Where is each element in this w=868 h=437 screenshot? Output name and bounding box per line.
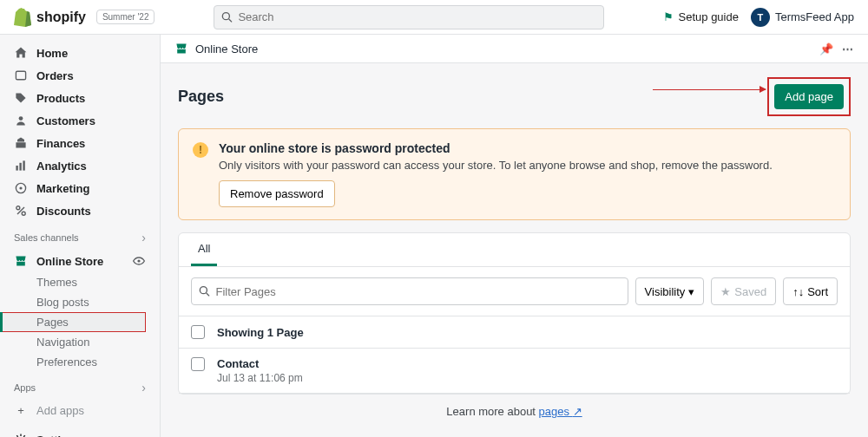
sort-button[interactable]: ↑↓ Sort	[783, 277, 838, 305]
nav-products[interactable]: Products	[0, 87, 160, 109]
svg-point-8	[19, 186, 22, 189]
nav-home[interactable]: Home	[0, 42, 160, 64]
svg-point-3	[19, 116, 23, 121]
chevron-right-icon[interactable]: ›	[141, 231, 146, 245]
online-store-icon	[14, 254, 28, 268]
row-title: Contact	[217, 357, 303, 370]
add-page-highlight: Add page	[767, 77, 851, 116]
external-link-icon: ↗	[573, 405, 582, 418]
tab-all[interactable]: All	[191, 233, 217, 266]
page-header: Pages Add page	[178, 77, 851, 116]
subnav-preferences[interactable]: Preferences	[36, 352, 160, 372]
sidebar: Home Orders Products Customers Finances …	[0, 35, 161, 437]
nav-finances[interactable]: Finances	[0, 132, 160, 154]
avatar: T	[751, 8, 770, 27]
search-input[interactable]	[238, 10, 596, 23]
visibility-filter[interactable]: Visibility ▾	[635, 277, 705, 305]
orders-icon	[14, 68, 28, 82]
learn-more: Learn more about pages ↗	[178, 395, 851, 428]
filter-row: Visibility ▾ ★ Saved ↑↓ Sort	[179, 267, 850, 316]
home-icon	[14, 46, 28, 60]
password-banner: ! Your online store is password protecte…	[178, 128, 851, 220]
tabs: All	[179, 233, 850, 267]
svg-line-15	[207, 293, 209, 296]
breadcrumb: Online Store	[195, 42, 258, 55]
svg-point-9	[16, 206, 20, 210]
svg-rect-4	[16, 166, 17, 171]
filter-input-wrap[interactable]	[191, 277, 628, 305]
svg-point-14	[200, 287, 207, 294]
add-page-button[interactable]: Add page	[774, 84, 844, 109]
pages-card: All Visibility ▾ ★ Saved ↑↓ Sort Showing…	[178, 232, 851, 395]
nav-marketing[interactable]: Marketing	[0, 177, 160, 199]
svg-point-10	[22, 212, 25, 215]
flag-icon: ⚑	[663, 10, 674, 23]
pin-icon[interactable]: 📌	[819, 42, 833, 55]
svg-point-0	[222, 12, 229, 19]
svg-rect-2	[16, 71, 25, 80]
chevron-right-icon[interactable]: ›	[141, 381, 146, 395]
row-date: Jul 13 at 11:06 pm	[217, 372, 303, 384]
brand-badge: Summer '22	[96, 10, 155, 24]
chevron-down-icon: ▾	[688, 285, 694, 298]
nav-customers[interactable]: Customers	[0, 109, 160, 132]
sales-channels-header: Sales channels ›	[0, 225, 160, 250]
products-icon	[14, 91, 28, 105]
nav-online-store[interactable]: Online Store	[0, 250, 160, 272]
remove-password-button[interactable]: Remove password	[219, 180, 335, 207]
banner-title: Your online store is password protected	[219, 141, 773, 155]
nav-analytics[interactable]: Analytics	[0, 154, 160, 177]
saved-filter[interactable]: ★ Saved	[711, 277, 776, 305]
shopify-bag-icon	[14, 8, 31, 27]
content-header: Online Store 📌 ⋯	[161, 35, 868, 63]
svg-point-12	[137, 259, 140, 262]
subnav-navigation[interactable]: Navigation	[36, 332, 160, 352]
nav-orders[interactable]: Orders	[0, 64, 160, 87]
subnav-blog-posts[interactable]: Blog posts	[36, 292, 160, 312]
search-icon	[199, 285, 210, 297]
discounts-icon	[14, 204, 28, 218]
svg-rect-6	[23, 160, 24, 170]
apps-header: Apps ›	[0, 375, 160, 400]
warning-icon: !	[193, 142, 208, 158]
search-box[interactable]	[214, 5, 604, 29]
svg-line-11	[17, 207, 24, 214]
banner-text: Only visitors with your password can acc…	[219, 159, 773, 172]
svg-line-1	[229, 19, 232, 22]
online-store-icon	[174, 42, 188, 55]
plus-icon: +	[14, 404, 28, 417]
user-menu[interactable]: T TermsFeed App	[751, 8, 854, 27]
gear-icon	[14, 433, 28, 437]
select-all-checkbox[interactable]	[191, 325, 205, 339]
customers-icon	[14, 114, 28, 127]
eye-icon[interactable]	[132, 254, 146, 268]
nav-add-apps[interactable]: +Add apps	[0, 400, 160, 421]
online-store-subnav: Themes Blog posts Pages Navigation Prefe…	[0, 272, 160, 372]
topbar: shopify Summer '22 ⚑ Setup guide T Terms…	[0, 0, 868, 35]
row-checkbox[interactable]	[191, 357, 205, 371]
search-icon	[221, 11, 233, 23]
page-row[interactable]: Contact Jul 13 at 11:06 pm	[179, 349, 850, 394]
list-header: Showing 1 Page	[179, 316, 850, 349]
search-wrap	[155, 5, 662, 29]
subnav-themes[interactable]: Themes	[36, 272, 160, 292]
topbar-right: ⚑ Setup guide T TermsFeed App	[663, 8, 854, 27]
brand-name: shopify	[36, 10, 86, 25]
nav-settings[interactable]: Settings	[0, 428, 160, 437]
nav-discounts[interactable]: Discounts	[0, 199, 160, 222]
setup-guide-label: Setup guide	[679, 10, 739, 23]
brand[interactable]: shopify Summer '22	[14, 8, 155, 27]
showing-count: Showing 1 Page	[217, 326, 304, 339]
filter-pages-input[interactable]	[215, 285, 620, 298]
setup-guide-link[interactable]: ⚑ Setup guide	[663, 10, 739, 23]
star-icon: ★	[720, 285, 731, 298]
finances-icon	[14, 136, 28, 150]
marketing-icon	[14, 181, 28, 195]
more-menu-icon[interactable]: ⋯	[842, 42, 854, 55]
content: Online Store 📌 ⋯ Pages Add page ! Your o…	[161, 35, 868, 437]
svg-rect-5	[19, 163, 21, 171]
user-name: TermsFeed App	[775, 10, 854, 23]
subnav-pages[interactable]: Pages	[0, 312, 146, 332]
learn-more-link[interactable]: pages ↗	[539, 405, 582, 418]
sort-icon: ↑↓	[792, 285, 804, 298]
